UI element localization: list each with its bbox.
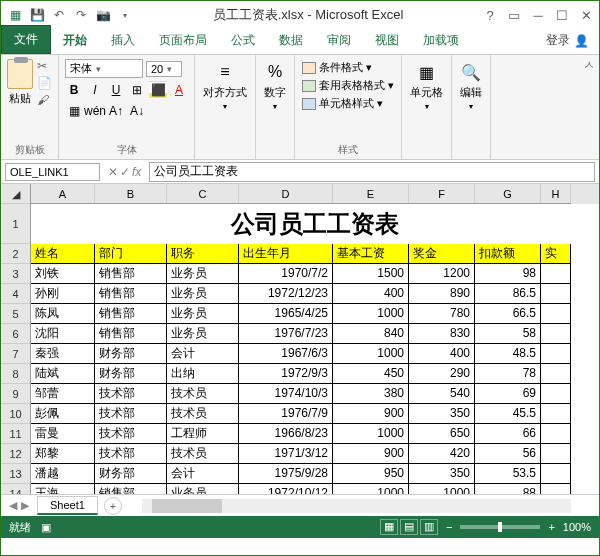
cell[interactable]: 技术员 (167, 444, 239, 464)
zoom-level[interactable]: 100% (563, 521, 591, 533)
cell[interactable]: 58 (475, 324, 541, 344)
row-header[interactable]: 12 (1, 444, 30, 464)
spreadsheet-grid[interactable]: ◢ 1 2 3 4 5 6 7 8 9 10 11 12 13 14 A B C… (1, 184, 599, 494)
cell[interactable]: 650 (409, 424, 475, 444)
paste-button[interactable]: 粘贴 (7, 59, 33, 107)
cell[interactable]: 1966/8/23 (239, 424, 333, 444)
cell[interactable]: 69 (475, 384, 541, 404)
font-color-button[interactable]: A (170, 81, 188, 99)
cell[interactable]: 销售部 (95, 284, 167, 304)
name-box[interactable] (5, 163, 100, 181)
cell[interactable] (541, 384, 571, 404)
cell[interactable]: 会计 (167, 464, 239, 484)
italic-button[interactable]: I (86, 81, 104, 99)
zoom-in-button[interactable]: + (548, 521, 554, 533)
col-header[interactable]: B (95, 184, 167, 204)
cell[interactable] (541, 304, 571, 324)
excel-icon[interactable]: ▦ (5, 5, 25, 25)
row-header[interactable]: 10 (1, 404, 30, 424)
cell[interactable]: 400 (409, 344, 475, 364)
header-cell[interactable]: 职务 (167, 244, 239, 264)
sheet-next-icon[interactable]: ▶ (21, 499, 29, 512)
qat-dropdown-icon[interactable]: ▾ (115, 5, 135, 25)
tab-insert[interactable]: 插入 (99, 27, 147, 54)
cell[interactable]: 郑黎 (31, 444, 95, 464)
redo-icon[interactable]: ↷ (71, 5, 91, 25)
save-icon[interactable]: 💾 (27, 5, 47, 25)
cell[interactable]: 890 (409, 284, 475, 304)
number-button[interactable]: % 数字 ▾ (262, 59, 288, 113)
cell[interactable]: 88 (475, 484, 541, 494)
cell[interactable]: 陈凤 (31, 304, 95, 324)
record-macro-icon[interactable]: ▣ (41, 521, 51, 534)
cell[interactable] (541, 484, 571, 494)
row-header[interactable]: 7 (1, 344, 30, 364)
horizontal-scrollbar[interactable] (142, 499, 571, 513)
cell[interactable]: 技术部 (95, 444, 167, 464)
fx-icon[interactable]: fx (132, 165, 141, 179)
cell[interactable]: 销售部 (95, 324, 167, 344)
page-break-view-icon[interactable]: ▥ (420, 519, 438, 535)
cell[interactable]: 陆斌 (31, 364, 95, 384)
cell[interactable]: 45.5 (475, 404, 541, 424)
increase-font-button[interactable]: A↑ (107, 102, 125, 120)
cell[interactable]: 1972/9/3 (239, 364, 333, 384)
row-header[interactable]: 11 (1, 424, 30, 444)
cell[interactable] (541, 284, 571, 304)
zoom-out-button[interactable]: − (446, 521, 452, 533)
row-header[interactable]: 5 (1, 304, 30, 324)
cell[interactable]: 1000 (333, 304, 409, 324)
cell[interactable]: 1975/9/28 (239, 464, 333, 484)
underline-button[interactable]: U (107, 81, 125, 99)
phonetic-button[interactable]: wén (86, 102, 104, 120)
cell[interactable]: 1974/10/3 (239, 384, 333, 404)
cell[interactable]: 830 (409, 324, 475, 344)
cell[interactable]: 销售部 (95, 264, 167, 284)
cell[interactable]: 1000 (333, 484, 409, 494)
accept-formula-icon[interactable]: ✓ (120, 165, 130, 179)
cell[interactable]: 780 (409, 304, 475, 324)
normal-view-icon[interactable]: ▦ (380, 519, 398, 535)
cell[interactable]: 业务员 (167, 484, 239, 494)
cell[interactable]: 56 (475, 444, 541, 464)
tab-addins[interactable]: 加载项 (411, 27, 471, 54)
sheet-tab[interactable]: Sheet1 (37, 496, 98, 515)
cell[interactable]: 技术员 (167, 404, 239, 424)
cells-button[interactable]: ▦ 单元格 ▾ (408, 59, 445, 113)
cell[interactable]: 1000 (333, 344, 409, 364)
collapse-ribbon-icon[interactable]: ㅅ (583, 57, 595, 74)
page-layout-view-icon[interactable]: ▤ (400, 519, 418, 535)
close-button[interactable]: ✕ (577, 8, 595, 23)
col-header[interactable]: C (167, 184, 239, 204)
row-header[interactable]: 8 (1, 364, 30, 384)
cell[interactable]: 1972/12/23 (239, 284, 333, 304)
conditional-format-button[interactable]: 条件格式 ▾ (301, 59, 395, 76)
col-header[interactable]: E (333, 184, 409, 204)
font-name-combo[interactable]: 宋体 (65, 59, 143, 78)
cell[interactable]: 290 (409, 364, 475, 384)
row-header[interactable]: 9 (1, 384, 30, 404)
cell[interactable] (541, 444, 571, 464)
cell[interactable] (541, 404, 571, 424)
cell[interactable]: 财务部 (95, 344, 167, 364)
cell[interactable]: 450 (333, 364, 409, 384)
cell[interactable]: 出纳 (167, 364, 239, 384)
row-header[interactable]: 14 (1, 484, 30, 494)
zoom-slider[interactable] (460, 525, 540, 529)
cell[interactable]: 420 (409, 444, 475, 464)
cell[interactable]: 秦强 (31, 344, 95, 364)
row-header[interactable]: 13 (1, 464, 30, 484)
undo-icon[interactable]: ↶ (49, 5, 69, 25)
tab-formula[interactable]: 公式 (219, 27, 267, 54)
cell[interactable]: 会计 (167, 344, 239, 364)
tab-layout[interactable]: 页面布局 (147, 27, 219, 54)
cell[interactable]: 工程师 (167, 424, 239, 444)
fill-color-button[interactable]: ⬛ (149, 81, 167, 99)
row-header[interactable]: 2 (1, 244, 30, 264)
cell[interactable]: 1976/7/9 (239, 404, 333, 424)
copy-icon[interactable]: 📄 (37, 76, 52, 90)
cell[interactable]: 53.5 (475, 464, 541, 484)
cut-icon[interactable]: ✂ (37, 59, 52, 73)
cell[interactable]: 1967/6/3 (239, 344, 333, 364)
select-all-corner[interactable]: ◢ (1, 184, 30, 204)
